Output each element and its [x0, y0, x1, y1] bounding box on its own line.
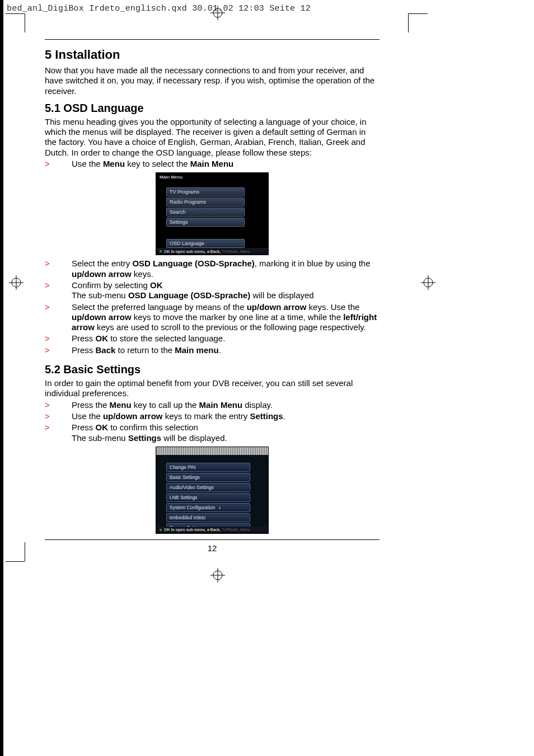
bullet-gt: > — [45, 411, 72, 421]
osd-settings-screenshot: Change PIN Basic Settings Audio/Video Se… — [156, 447, 269, 534]
crop-mark — [408, 13, 409, 32]
step-text: Press the Menu key to call up the Main M… — [72, 400, 380, 410]
registration-mark-icon — [421, 275, 435, 290]
step-text: Press Back to return to the Main menu. — [72, 345, 380, 355]
osd-item-settings: Settings — [166, 218, 245, 227]
osd-menu-list: TV Programs Radio Programs Search Settin… — [166, 187, 245, 249]
qxd-header-line: bed_anl_DigiBox Irdeto_englisch.qxd 30.0… — [7, 4, 311, 13]
osd-footer: OK to open sub menu, Back, TV/Radio, Men… — [156, 248, 268, 255]
bullet-gt: > — [45, 400, 72, 410]
crop-mark — [6, 561, 25, 562]
steps-basic-settings: > Press the Menu key to call up the Main… — [45, 400, 380, 443]
step-text: Press OK to store the selected language. — [72, 334, 380, 344]
step: > Confirm by selecting OK The sub-menu O… — [45, 280, 380, 301]
step: > Select the preferred language by means… — [45, 302, 380, 333]
yellow-dot-icon — [207, 529, 209, 531]
heading-5-1-osd-language: 5.1 OSD Language — [45, 102, 380, 115]
page-number: 12 — [45, 543, 380, 553]
step: > Select the entry OSD Language (OSD-Spr… — [45, 259, 380, 279]
bullet-gt: > — [45, 159, 72, 169]
osd-item-basic-settings: Basic Settings — [166, 473, 250, 482]
basic-settings-intro: In order to gain the optimal benefit fro… — [45, 378, 380, 399]
step-text: Press OK to confirm this selection The s… — [72, 422, 380, 443]
bullet-gt: > — [45, 422, 72, 443]
step-text: Select the preferred language by means o… — [72, 302, 380, 333]
step-text: Use the up/down arrow keys to mark the e… — [72, 411, 380, 421]
info-icon: i — [218, 506, 222, 510]
crop-mark — [25, 542, 25, 561]
bullet-gt: > — [45, 259, 72, 279]
heading-5-installation: 5 Installation — [45, 48, 380, 62]
osd-item-tv-programs: TV Programs — [166, 187, 245, 196]
osd-item-change-pin: Change PIN — [166, 463, 250, 472]
step: > Press OK to store the selected languag… — [45, 334, 380, 344]
crop-mark — [6, 13, 25, 14]
osd-item-search: Search — [166, 208, 245, 217]
green-dot-icon — [160, 529, 162, 531]
osd-item-lnb-settings: LNB Settings — [166, 493, 250, 502]
step: > Press Back to return to the Main menu. — [45, 345, 380, 355]
osd-footer: OK to open sub menu, Back, TV/Radio, Men… — [156, 527, 268, 533]
content-area: 5 Installation Now that you have made al… — [45, 39, 380, 553]
crop-mark — [25, 13, 25, 32]
step: > Use the Menu key to select the Main Me… — [45, 159, 380, 169]
binding-spine — [0, 0, 3, 756]
crop-mark — [409, 13, 428, 14]
intro-paragraph: Now that you have made all the necessary… — [45, 65, 380, 96]
osd-main-menu-screenshot: Main Menu TV Programs Radio Programs Sea… — [156, 172, 269, 255]
green-dot-icon — [160, 250, 162, 252]
registration-mark-icon — [210, 568, 225, 583]
heading-5-2-basic-settings: 5.2 Basic Settings — [45, 363, 380, 376]
step-text: Confirm by selecting OK The sub-menu OSD… — [72, 280, 380, 301]
bullet-gt: > — [45, 280, 72, 301]
osd-item-radio-programs: Radio Programs — [166, 198, 245, 206]
osd-item-embedded-irdeto: embedded Irdeto — [166, 513, 250, 522]
osd-noise-bar — [156, 447, 268, 455]
step: > Press the Menu key to call up the Main… — [45, 400, 380, 410]
osd-item-system-configuration: System Configuration i — [166, 503, 250, 512]
steps-osd-language: > Use the Menu key to select the Main Me… — [45, 159, 380, 169]
registration-mark-icon — [9, 275, 24, 290]
osd-item-audio-video-settings: Audio/Video Settings — [166, 483, 250, 492]
osd-intro-paragraph: This menu heading gives you the opportun… — [45, 117, 380, 158]
bullet-gt: > — [45, 302, 72, 333]
osd-settings-list: Change PIN Basic Settings Audio/Video Se… — [166, 463, 250, 533]
yellow-dot-icon — [207, 251, 209, 253]
bullet-gt: > — [45, 345, 72, 355]
osd-title: Main Menu — [160, 175, 182, 180]
page: bed_anl_DigiBox Irdeto_englisch.qxd 30.0… — [0, 0, 534, 756]
step-text: Use the Menu key to select the Main Menu — [72, 159, 380, 169]
bullet-gt: > — [45, 334, 72, 344]
step: > Press OK to confirm this selection The… — [45, 422, 380, 443]
osd-item-osd-language: OSD Language — [166, 239, 245, 248]
steps-osd-language-cont: > Select the entry OSD Language (OSD-Spr… — [45, 259, 380, 355]
step: > Use the up/down arrow keys to mark the… — [45, 411, 380, 421]
registration-mark-icon — [210, 6, 225, 20]
top-rule — [45, 39, 380, 40]
step-text: Select the entry OSD Language (OSD-Sprac… — [72, 259, 380, 279]
bottom-rule — [45, 539, 380, 540]
